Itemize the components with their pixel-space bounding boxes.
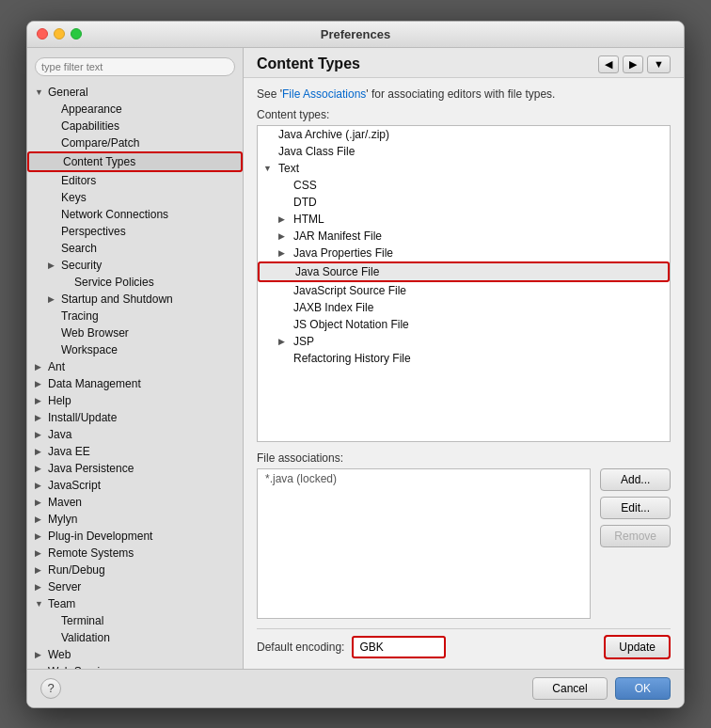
content-types-label: Content types:: [257, 108, 671, 121]
help-button[interactable]: ?: [40, 678, 61, 699]
sidebar-item-editors[interactable]: Editors: [27, 172, 243, 189]
sidebar-item-help[interactable]: ▶Help: [27, 392, 243, 409]
sidebar-item-server[interactable]: ▶Server: [27, 578, 243, 595]
sidebar-item-appearance[interactable]: Appearance: [27, 101, 243, 118]
sidebar-label-appearance: Appearance: [61, 103, 122, 116]
close-button[interactable]: [37, 28, 48, 40]
toggle-icon-web: ▶: [35, 650, 46, 659]
sidebar-item-data-management[interactable]: ▶Data Management: [27, 375, 243, 392]
sidebar-item-web[interactable]: ▶Web: [27, 646, 243, 663]
fa-buttons: Add... Edit... Remove: [600, 468, 671, 547]
sidebar-item-keys[interactable]: Keys: [27, 189, 243, 206]
ok-button[interactable]: OK: [615, 677, 671, 700]
ct-label-java-archive: Java Archive (.jar/.zip): [278, 128, 389, 141]
sidebar-item-workspace[interactable]: Workspace: [27, 341, 243, 358]
sidebar-item-capabilities[interactable]: Capabilities: [27, 118, 243, 135]
cancel-button[interactable]: Cancel: [532, 677, 607, 700]
sidebar-item-mylyn[interactable]: ▶Mylyn: [27, 511, 243, 528]
sidebar-item-plugin-development[interactable]: ▶Plug-in Development: [27, 528, 243, 545]
filter-input[interactable]: [35, 57, 235, 76]
sidebar-label-maven: Maven: [48, 496, 82, 509]
edit-button[interactable]: Edit...: [600, 497, 671, 519]
ct-item-dtd[interactable]: DTD: [258, 194, 670, 211]
encoding-input[interactable]: [352, 636, 446, 658]
sidebar-label-keys: Keys: [61, 191, 87, 204]
ct-item-text[interactable]: ▼Text: [258, 160, 670, 177]
toggle-icon-startup-shutdown: ▶: [48, 294, 59, 304]
toggle-icon-data-management: ▶: [35, 379, 46, 388]
ct-item-refactoring-history[interactable]: Refactoring History File: [258, 350, 670, 367]
sidebar-item-java-ee[interactable]: ▶Java EE: [27, 443, 243, 460]
ct-item-java-properties[interactable]: ▶Java Properties File: [258, 245, 670, 261]
sidebar-label-data-management: Data Management: [48, 377, 141, 390]
sidebar-item-run-debug[interactable]: ▶Run/Debug: [27, 562, 243, 578]
search-box[interactable]: [35, 57, 235, 76]
toolbar-forward-btn[interactable]: ▶: [623, 55, 643, 73]
add-button[interactable]: Add...: [600, 468, 671, 491]
sidebar-item-network-connections[interactable]: Network Connections: [27, 206, 243, 223]
ct-label-java-class: Java Class File: [278, 145, 355, 158]
ct-item-html[interactable]: ▶HTML: [258, 211, 670, 228]
sidebar-tree: ▼GeneralAppearanceCapabilitiesCompare/Pa…: [27, 84, 243, 669]
sidebar-label-startup-shutdown: Startup and Shutdown: [61, 293, 173, 306]
ct-item-javascript-source[interactable]: JavaScript Source File: [258, 282, 670, 299]
sidebar-item-startup-shutdown[interactable]: ▶Startup and Shutdown: [27, 291, 243, 308]
footer-left: ?: [40, 678, 61, 699]
ct-item-java-class[interactable]: Java Class File: [258, 143, 670, 160]
toolbar-back-btn[interactable]: ◀: [598, 55, 619, 73]
sidebar-item-content-types[interactable]: Content Types: [27, 151, 243, 172]
sidebar-label-web: Web: [48, 648, 71, 661]
maximize-button[interactable]: [71, 28, 82, 40]
sidebar-item-java-persistence[interactable]: ▶Java Persistence: [27, 460, 243, 477]
sidebar-label-run-debug: Run/Debug: [48, 563, 105, 577]
ct-label-js-object-notation: JS Object Notation File: [293, 318, 409, 331]
sidebar-label-network-connections: Network Connections: [61, 208, 168, 221]
ct-item-js-object-notation[interactable]: JS Object Notation File: [258, 316, 670, 333]
panel-toolbar: ◀ ▶ ▼: [598, 55, 671, 73]
ct-label-java-properties: Java Properties File: [293, 246, 393, 260]
sidebar-label-help: Help: [48, 394, 71, 407]
sidebar-item-java[interactable]: ▶Java: [27, 426, 243, 443]
ct-item-java-archive[interactable]: Java Archive (.jar/.zip): [258, 126, 670, 143]
sidebar-item-ant[interactable]: ▶Ant: [27, 358, 243, 375]
toggle-icon-web-services: ▶: [35, 667, 46, 669]
toggle-icon-run-debug: ▶: [35, 565, 46, 575]
sidebar-item-terminal[interactable]: Terminal: [27, 612, 243, 629]
ct-label-jar-manifest: JAR Manifest File: [293, 229, 382, 243]
minimize-button[interactable]: [54, 28, 65, 40]
title-bar: Preferences: [27, 22, 684, 48]
sidebar-item-search[interactable]: Search: [27, 240, 243, 257]
content-types-list[interactable]: Java Archive (.jar/.zip)Java Class File▼…: [257, 125, 671, 442]
sidebar-item-validation[interactable]: Validation: [27, 629, 243, 646]
ct-item-jsp[interactable]: ▶JSP: [258, 333, 670, 350]
sidebar-item-perspectives[interactable]: Perspectives: [27, 223, 243, 240]
sidebar-item-compare-patch[interactable]: Compare/Patch: [27, 135, 243, 151]
toolbar-menu-btn[interactable]: ▼: [647, 55, 671, 73]
file-assoc-box[interactable]: *.java (locked): [257, 468, 591, 619]
ct-item-java-source[interactable]: Java Source File: [258, 261, 670, 282]
panel-body: See 'File Associations' for associating …: [244, 78, 684, 669]
toggle-icon-plugin-development: ▶: [35, 531, 46, 541]
sidebar-item-service-policies[interactable]: Service Policies: [27, 274, 243, 291]
remove-button[interactable]: Remove: [600, 525, 671, 547]
sidebar-item-maven[interactable]: ▶Maven: [27, 494, 243, 511]
sidebar-item-tracing[interactable]: Tracing: [27, 308, 243, 324]
sidebar-label-security: Security: [61, 259, 102, 272]
file-assoc-link[interactable]: File Associations: [282, 87, 366, 101]
ct-item-css[interactable]: CSS: [258, 177, 670, 194]
sidebar-item-remote-systems[interactable]: ▶Remote Systems: [27, 545, 243, 562]
sidebar-item-security[interactable]: ▶Security: [27, 257, 243, 274]
sidebar-item-web-browser[interactable]: Web Browser: [27, 324, 243, 341]
sidebar-item-team[interactable]: ▼Team: [27, 595, 243, 612]
sidebar-item-install-update[interactable]: ▶Install/Update: [27, 409, 243, 426]
toggle-icon-javascript: ▶: [35, 481, 46, 490]
sidebar-item-general[interactable]: ▼General: [27, 84, 243, 101]
sidebar-label-javascript: JavaScript: [48, 479, 101, 492]
sidebar-label-workspace: Workspace: [61, 343, 118, 356]
sidebar-item-web-services[interactable]: ▶Web Services: [27, 663, 243, 669]
update-button[interactable]: Update: [604, 635, 671, 659]
ct-item-jaxb-index[interactable]: JAXB Index File: [258, 299, 670, 316]
ct-label-java-source: Java Source File: [295, 265, 379, 278]
sidebar-item-javascript[interactable]: ▶JavaScript: [27, 477, 243, 494]
ct-item-jar-manifest[interactable]: ▶JAR Manifest File: [258, 228, 670, 245]
